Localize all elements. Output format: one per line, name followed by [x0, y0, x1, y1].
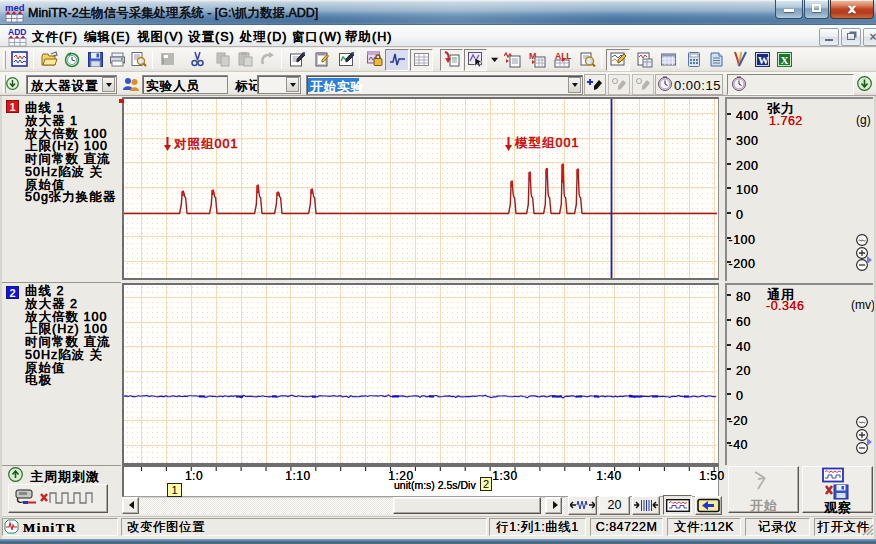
- svg-text:W: W: [758, 54, 769, 66]
- svg-text:X: X: [781, 54, 789, 66]
- svg-text:ADD: ADD: [8, 27, 26, 37]
